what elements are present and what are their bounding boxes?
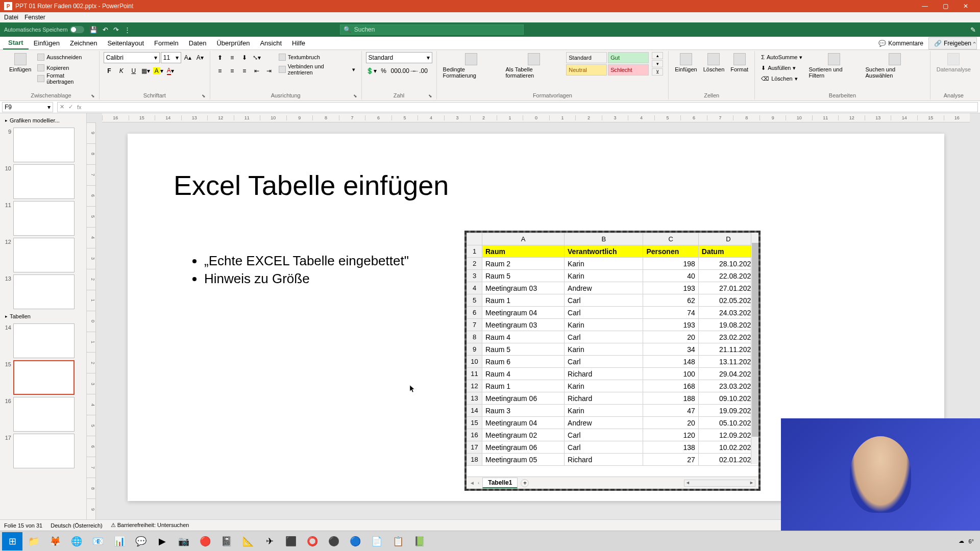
launcher-icon[interactable]: ⬊ (202, 93, 206, 98)
onenote-icon[interactable]: 📓 (216, 532, 237, 550)
launcher-icon[interactable]: ⬊ (353, 93, 357, 98)
font-name-select[interactable]: Calibri▾ (104, 52, 160, 63)
table-cell[interactable]: Karin (565, 343, 643, 356)
table-cell[interactable]: 02.05.2025 (698, 294, 758, 307)
table-cell[interactable]: 47 (643, 405, 698, 417)
format-as-table-button[interactable]: Als Tabelle formatieren (504, 52, 565, 80)
table-cell[interactable]: Carl (565, 307, 643, 319)
table-header-cell[interactable]: Verantwortlich (565, 245, 643, 258)
row-header[interactable]: 12 (467, 380, 482, 392)
share-button[interactable]: 🔗 Freigeben (928, 37, 977, 49)
table-cell[interactable]: Raum 6 (482, 356, 565, 368)
styles-more-button[interactable]: ⊻ (652, 68, 663, 76)
table-cell[interactable]: 20 (643, 331, 698, 343)
table-cell[interactable]: Meetingraum 06 (482, 441, 565, 454)
tab-start[interactable]: Start (3, 37, 29, 49)
accept-formula-icon[interactable]: ✓ (68, 104, 73, 110)
tab-ueberpruefen[interactable]: Überprüfen (211, 37, 255, 49)
section-header-graphics[interactable]: ▸Grafiken modellier... (2, 115, 84, 126)
slide-thumbnail[interactable] (13, 164, 75, 199)
table-cell[interactable]: 193 (643, 319, 698, 331)
table-cell[interactable]: 24.03.2024 (698, 307, 758, 319)
table-cell[interactable]: Raum 4 (482, 331, 565, 343)
align-center-button[interactable]: ≡ (227, 65, 238, 77)
autosum-button[interactable]: Σ AutoSumme ▾ (759, 52, 804, 62)
touch-mode-icon[interactable]: ⋮ (124, 26, 131, 34)
styles-down-button[interactable]: ▾ (652, 60, 663, 67)
row-header[interactable]: 17 (467, 441, 482, 454)
table-cell[interactable]: Andrew (565, 282, 643, 294)
table-cell[interactable]: Andrew (565, 417, 643, 429)
comments-button[interactable]: 💬 Kommentare (873, 38, 928, 49)
table-cell[interactable]: Meetingraum 05 (482, 454, 565, 466)
table-cell[interactable]: 09.10.2023 (698, 392, 758, 405)
row-header[interactable]: 5 (467, 294, 482, 307)
number-format-select[interactable]: Standard▾ (366, 52, 432, 63)
indent-increase-button[interactable]: ⇥ (263, 65, 275, 77)
accessibility-check[interactable]: ⚠ Barrierefreiheit: Untersuchen (111, 522, 189, 529)
fill-color-button[interactable]: A▾ (153, 65, 164, 77)
table-header-cell[interactable]: Raum (482, 245, 565, 258)
table-cell[interactable]: 05.10.2024 (698, 417, 758, 429)
table-cell[interactable]: Meetingraum 04 (482, 417, 565, 429)
maximize-button[interactable]: ▢ (935, 0, 955, 12)
slide-thumbnail[interactable] (13, 128, 75, 162)
table-cell[interactable]: Carl (565, 429, 643, 441)
fill-button[interactable]: ⬇ Ausfüllen ▾ (759, 63, 804, 73)
style-standard[interactable]: Standard (566, 52, 607, 63)
scrollbar-thumb[interactable] (752, 243, 758, 437)
language-indicator[interactable]: Deutsch (Österreich) (51, 522, 102, 529)
close-button[interactable]: ✕ (955, 0, 976, 12)
column-header[interactable]: A (482, 233, 565, 245)
row-header[interactable]: 2 (467, 258, 482, 270)
sort-filter-button[interactable]: Sortieren und Filtern (806, 52, 861, 80)
menu-fenster[interactable]: Fenster (24, 14, 45, 21)
table-cell[interactable]: Richard (565, 454, 643, 466)
launcher-icon[interactable]: ⬊ (428, 93, 432, 98)
tab-ansicht[interactable]: Ansicht (255, 37, 287, 49)
table-cell[interactable]: Karin (565, 319, 643, 331)
currency-button[interactable]: 💲▾ (366, 65, 377, 77)
table-cell[interactable]: Meetingraum 04 (482, 307, 565, 319)
format-cells-button[interactable]: Format (728, 52, 750, 73)
slide-thumbnail[interactable] (13, 274, 75, 309)
table-cell[interactable]: 168 (643, 380, 698, 392)
decrease-decimal-button[interactable]: ←.00 (415, 65, 426, 77)
row-header[interactable]: 4 (467, 282, 482, 294)
table-cell[interactable]: 19.09.2024 (698, 405, 758, 417)
table-cell[interactable]: Meetingraum 06 (482, 392, 565, 405)
cut-button[interactable]: Ausschneiden (35, 52, 95, 62)
align-bottom-button[interactable]: ⬇ (239, 52, 250, 63)
embedded-excel-object[interactable]: ABCD1RaumVerantwortlichPersonenDatum2Rau… (464, 231, 761, 491)
select-all-cell[interactable] (467, 233, 482, 245)
system-tray[interactable]: ☁ 6° (954, 538, 978, 544)
orientation-button[interactable]: ⤡▾ (251, 52, 262, 63)
style-schlecht[interactable]: Schlecht (608, 64, 649, 76)
table-cell[interactable]: Meetingraum 03 (482, 282, 565, 294)
sheet-nav-first-icon[interactable]: ◄ (470, 480, 475, 486)
underline-button[interactable]: U (128, 65, 139, 77)
table-cell[interactable]: Richard (565, 368, 643, 380)
align-middle-button[interactable]: ≡ (227, 52, 238, 63)
conditional-formatting-button[interactable]: Bedingte Formatierung (441, 52, 502, 80)
name-box[interactable]: F9▾ (2, 102, 53, 112)
style-gut[interactable]: Gut (608, 52, 649, 63)
slide-thumbnail[interactable] (13, 434, 75, 468)
autosave-toggle[interactable]: Automatisches Speichern (4, 26, 84, 33)
row-header[interactable]: 7 (467, 319, 482, 331)
row-header[interactable]: 14 (467, 405, 482, 417)
table-cell[interactable]: Karin (565, 270, 643, 282)
table-cell[interactable]: 19.08.2024 (698, 319, 758, 331)
slide-thumbnail[interactable] (13, 397, 75, 432)
table-cell[interactable]: Karin (565, 405, 643, 417)
file-explorer-icon[interactable]: 📁 (23, 532, 44, 550)
table-cell[interactable]: 29.04.2023 (698, 368, 758, 380)
table-cell[interactable]: Raum 3 (482, 405, 565, 417)
table-cell[interactable]: 40 (643, 270, 698, 282)
table-cell[interactable]: 22.08.2024 (698, 270, 758, 282)
italic-button[interactable]: K (116, 65, 127, 77)
table-cell[interactable]: 198 (643, 258, 698, 270)
table-header-cell[interactable]: Personen (643, 245, 698, 258)
app-icon[interactable]: 💬 (131, 532, 151, 550)
app-icon[interactable]: 📋 (388, 532, 408, 550)
